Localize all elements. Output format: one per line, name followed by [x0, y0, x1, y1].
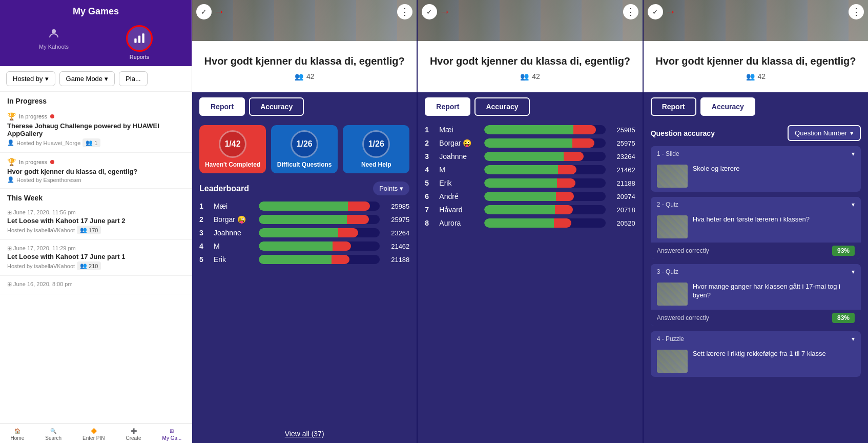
stat-need-help[interactable]: 1/26 Need Help	[343, 125, 409, 173]
participants-count: 👥 1	[82, 138, 100, 147]
game-host: 👤 Hosted by Huawei_Norge 👥 1	[7, 138, 184, 147]
question-header[interactable]: 3 - Quiz ▾	[651, 264, 861, 279]
pin-icon: 🔶	[91, 428, 97, 434]
accuracy-value: 83%	[832, 313, 855, 323]
filters-bar: Hosted by ▾ Game Mode ▾ Pla...	[0, 66, 192, 92]
panel-2-header-controls: ✓ →	[422, 4, 449, 19]
sidebar-item-label: My Kahoots	[39, 44, 69, 50]
footer-search[interactable]: 🔍 Search	[45, 428, 61, 441]
tab-accuracy[interactable]: Accuracy	[249, 97, 304, 116]
leader-row: 7 Håvard 20718	[425, 205, 635, 214]
my-games-icon: ⊞	[170, 428, 174, 434]
panel-2-tabs: Report Accuracy	[418, 92, 642, 121]
chevron-down-button[interactable]: ✓	[648, 4, 663, 19]
svg-rect-2	[138, 36, 140, 43]
answered-correctly-label: Answered correctly	[657, 314, 709, 321]
leaderboard-header: Leaderboard Points ▾	[192, 177, 417, 199]
question-thumbnail	[657, 165, 688, 188]
tab-report[interactable]: Report	[199, 97, 245, 116]
participants-count: 👥 210	[77, 261, 101, 270]
panel-2-title: Hvor godt kjenner du klassa di, egentlig…	[430, 55, 630, 67]
panel-2-participants: 👥 42	[520, 72, 540, 80]
question-number-dropdown[interactable]: Question Number ▾	[788, 125, 861, 141]
game-item[interactable]: ⊞ June 17, 2020, 11:56 pm Let Loose with…	[0, 204, 192, 240]
stat-havent-completed[interactable]: 1/42 Haven't Completed	[199, 125, 266, 173]
panel-2-title-area: Hvor godt kjenner du klassa di, egentlig…	[418, 41, 642, 92]
accuracy-value: 93%	[832, 246, 855, 256]
leader-row: 4 M 21462	[199, 241, 409, 251]
game-host: Hosted by isabellaVKahoot 👥 210	[7, 261, 184, 270]
status-dot	[50, 114, 54, 118]
tab-report[interactable]: Report	[425, 97, 470, 116]
question-body: Hvor mange ganger har klassen gått i 17-…	[651, 279, 861, 310]
panel-3-header-image: ✓ → ⋮	[644, 0, 868, 41]
status-badge: In progress	[19, 113, 47, 119]
people-icon: 👥	[80, 227, 87, 233]
leaderboard-title: Leaderboard	[199, 184, 249, 193]
game-title: Let Loose with Kahoot 17 June part 2	[7, 217, 184, 225]
accuracy-panel: Question accuracy Question Number ▾ 1 - …	[644, 121, 868, 443]
sidebar-item-my-kahoots[interactable]: My Kahoots	[39, 25, 69, 60]
leader-row: 3 Joahnne 23264	[199, 228, 409, 237]
game-item[interactable]: ⊞ June 16, 2020, 8:00 pm	[0, 276, 192, 294]
tab-accuracy[interactable]: Accuracy	[474, 97, 529, 116]
this-week-section-title: This Week	[0, 189, 192, 204]
question-accuracy-header: Question accuracy Question Number ▾	[651, 125, 861, 141]
leader-row: 3 Joahnne 23264	[425, 152, 635, 161]
panel-1-title: Hvor godt kjenner du klassa di, egentlig…	[204, 55, 405, 67]
sidebar-nav: My Kahoots Reports	[0, 21, 192, 66]
reports-icon	[126, 25, 153, 52]
game-item[interactable]: ⊞ June 17, 2020, 11:29 pm Let Loose with…	[0, 240, 192, 276]
footer-home[interactable]: 🏠 Home	[11, 428, 25, 441]
footer-my-games[interactable]: ⊞ My Ga...	[162, 428, 182, 441]
in-progress-section-title: In Progress	[0, 92, 192, 107]
footer-enter-pin[interactable]: 🔶 Enter PIN	[82, 428, 105, 441]
more-options-button[interactable]: ⋮	[623, 4, 638, 19]
chevron-down-icon: ▾	[105, 75, 108, 83]
panel-1: ✓ → ⋮ Hvor godt kjenner du klassa di, eg…	[192, 0, 418, 443]
people-icon: 👥	[746, 72, 755, 80]
main-content: ✓ → ⋮ Hvor godt kjenner du klassa di, eg…	[192, 0, 868, 443]
game-date: ⊞ June 17, 2020, 11:29 pm	[7, 245, 184, 252]
view-all-button[interactable]: View all (37)	[192, 425, 417, 443]
question-item-4: 4 - Puzzle ▾ Sett lærere i riktig rekkef…	[651, 331, 861, 377]
question-header[interactable]: 4 - Puzzle ▾	[651, 331, 861, 347]
chevron-down-icon: ▾	[852, 201, 855, 208]
more-options-button[interactable]: ⋮	[849, 4, 864, 19]
leader-row: 5 Erik 21188	[425, 178, 635, 188]
panel-3-header-controls: ✓ →	[648, 4, 675, 19]
chevron-down-icon: ▾	[852, 150, 855, 157]
question-item-1: 1 - Slide ▾ Skole og lærere	[651, 146, 861, 192]
stat-difficult[interactable]: 1/26 Difficult Questions	[271, 125, 338, 173]
leader-row: 6 André 20974	[425, 192, 635, 201]
points-dropdown[interactable]: Points ▾	[373, 182, 409, 195]
game-title: Therese Johaug Challenge powered by HUAW…	[7, 122, 184, 137]
leader-row: 5 Erik 21188	[199, 255, 409, 264]
hosted-by-filter[interactable]: Hosted by ▾	[6, 71, 55, 86]
pla-filter[interactable]: Pla...	[119, 71, 148, 86]
question-thumbnail	[657, 350, 688, 373]
sidebar-item-reports[interactable]: Reports	[126, 25, 153, 60]
question-type: 3 - Quiz	[657, 268, 678, 275]
panel-3-title: Hvor godt kjenner du klassa di, egentlig…	[655, 55, 856, 67]
game-mode-filter[interactable]: Game Mode ▾	[59, 71, 115, 86]
stats-row: 1/42 Haven't Completed 1/26 Difficult Qu…	[192, 121, 417, 177]
footer-create[interactable]: ➕ Create	[126, 428, 141, 441]
game-date: ⊞ June 17, 2020, 11:56 pm	[7, 209, 184, 216]
question-item-2: 2 - Quiz ▾ Hva heter den første læreren …	[651, 197, 861, 259]
question-thumbnail	[657, 215, 688, 238]
tab-report[interactable]: Report	[651, 97, 696, 116]
game-item[interactable]: 🏆 In progress Hvor godt kjenner du klass…	[0, 153, 192, 189]
question-header[interactable]: 1 - Slide ▾	[651, 146, 861, 162]
game-host: 👤 Hosted by Espenthoresen	[7, 176, 184, 183]
red-arrow-icon: →	[439, 5, 449, 18]
game-item[interactable]: 🏆 In progress Therese Johaug Challenge p…	[0, 107, 192, 153]
trophy-icon: 🏆	[7, 112, 16, 120]
tab-accuracy[interactable]: Accuracy	[700, 97, 755, 116]
question-text: Skole og lærere	[693, 165, 855, 173]
question-text: Hvor mange ganger har klassen gått i 17-…	[693, 283, 855, 300]
chevron-down-button[interactable]: ✓	[196, 4, 212, 19]
question-header[interactable]: 2 - Quiz ▾	[651, 197, 861, 212]
stat-circle: 1/26	[362, 130, 390, 158]
chevron-down-button[interactable]: ✓	[422, 4, 437, 19]
